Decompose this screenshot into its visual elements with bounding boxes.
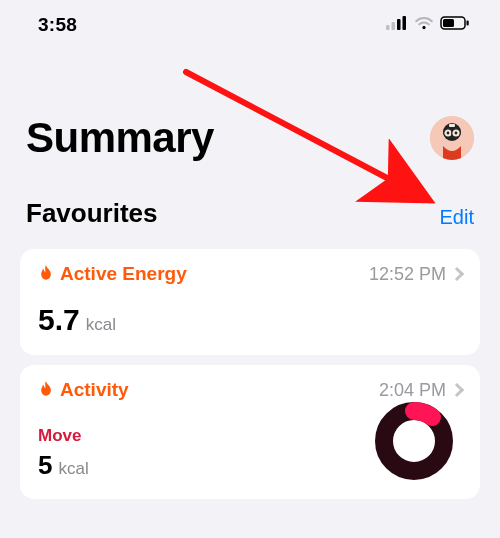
activity-ring — [374, 401, 454, 481]
svg-rect-5 — [443, 19, 454, 27]
value-row-active-energy: 5.7 kcal — [38, 303, 462, 337]
avatar[interactable] — [430, 116, 474, 160]
card-time-active-energy: 12:52 PM — [369, 264, 462, 285]
move-label: Move — [38, 426, 89, 446]
svg-point-11 — [447, 132, 450, 135]
svg-rect-13 — [449, 124, 455, 127]
svg-rect-3 — [403, 16, 407, 30]
svg-rect-6 — [467, 21, 469, 26]
page-title: Summary — [26, 114, 214, 162]
time-label: 12:52 PM — [369, 264, 446, 285]
card-title-label: Active Energy — [60, 263, 187, 285]
value-unit: kcal — [86, 315, 116, 335]
value-number: 5.7 — [38, 303, 80, 337]
flame-icon — [38, 265, 54, 284]
favourites-title: Favourites — [26, 198, 158, 229]
wifi-icon — [414, 16, 434, 34]
card-title-active-energy: Active Energy — [38, 263, 187, 285]
battery-icon — [440, 16, 470, 34]
svg-point-12 — [455, 132, 458, 135]
card-time-activity: 2:04 PM — [379, 380, 462, 401]
edit-button[interactable]: Edit — [440, 206, 474, 229]
svg-rect-0 — [386, 25, 390, 30]
card-title-label: Activity — [60, 379, 129, 401]
chevron-right-icon — [450, 267, 464, 281]
card-activity[interactable]: Activity 2:04 PM Move 5 kcal — [20, 365, 480, 499]
status-icons — [386, 16, 470, 34]
time-label: 2:04 PM — [379, 380, 446, 401]
card-active-energy[interactable]: Active Energy 12:52 PM 5.7 kcal — [20, 249, 480, 355]
chevron-right-icon — [450, 383, 464, 397]
value-number: 5 — [38, 450, 52, 481]
card-title-activity: Activity — [38, 379, 129, 401]
svg-rect-2 — [397, 19, 401, 30]
signal-icon — [386, 16, 408, 34]
status-bar: 3:58 — [0, 0, 500, 44]
favourites-header: Favourites Edit — [0, 162, 500, 239]
status-time: 3:58 — [38, 14, 77, 36]
flame-icon — [38, 381, 54, 400]
page-header: Summary — [0, 44, 500, 162]
value-unit: kcal — [58, 459, 88, 479]
svg-rect-1 — [392, 22, 396, 30]
value-row-activity: 5 kcal — [38, 450, 89, 481]
